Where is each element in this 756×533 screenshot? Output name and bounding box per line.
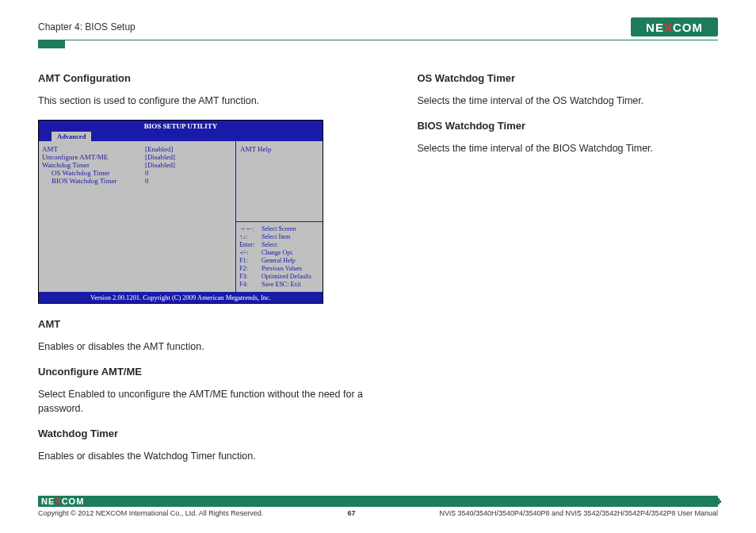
brand-part-a: NE: [646, 21, 664, 34]
section-amt-config-text: This section is used to configure the AM…: [38, 94, 369, 109]
section-watchdog-heading: Watchdog Timer: [38, 428, 369, 439]
brand-part-a: NE: [41, 497, 55, 506]
bios-row-label: OS Watchdog Timer: [42, 169, 145, 177]
brand-part-x: X: [664, 21, 673, 34]
section-os-watchdog-heading: OS Watchdog Timer: [417, 72, 718, 84]
bios-tab-row: Advanced: [39, 132, 323, 141]
bios-key: F4:: [239, 281, 262, 289]
bios-key: →←:: [239, 225, 262, 233]
bios-key-desc: General Help: [262, 257, 296, 264]
bios-key-desc: Select: [262, 241, 277, 248]
section-watchdog-text: Enables or disables the Watchdog Timer f…: [38, 449, 369, 464]
footer-bar: NEXCOM: [38, 496, 718, 507]
section-amt-config-heading: AMT Configuration: [38, 72, 369, 84]
bios-row-value: [Disabled]: [145, 161, 175, 169]
footer-manual-title: NViS 3540/3540H/3540P4/3540P8 and NViS 3…: [440, 509, 718, 517]
bios-key-desc: Select Screen: [262, 225, 296, 232]
brand-part-x: X: [55, 497, 61, 506]
bios-key-desc: Select Item: [262, 233, 290, 240]
bios-key-desc: Previous Values: [262, 265, 302, 272]
bios-key: F2:: [239, 265, 262, 273]
bios-row-label: BIOS Watchdog Timer: [42, 177, 145, 185]
bios-key-desc: Save ESC: Exit: [262, 281, 301, 288]
bios-key: ↑↓:: [239, 233, 262, 241]
footer-page-number: 67: [347, 509, 355, 517]
brand-part-b: COM: [673, 21, 703, 34]
chapter-title: Chapter 4: BIOS Setup: [38, 21, 136, 33]
bios-version-footer: Version 2.00.1201. Copyright (C) 2009 Am…: [39, 292, 323, 303]
bios-row-label: Unconfigure AMT/ME: [42, 153, 145, 161]
bios-row-value: [Enabled]: [145, 145, 173, 153]
bios-settings-pane: AMT[Enabled] Unconfigure AMT/ME[Disabled…: [39, 141, 236, 292]
bios-help-pane: AMT Help: [236, 141, 323, 222]
bios-tab-blank: [40, 132, 52, 141]
bios-key-desc: Change Opt.: [262, 249, 293, 256]
section-amt-text: Enables or disables the AMT function.: [38, 339, 369, 355]
bios-tab-advanced: Advanced: [52, 132, 91, 141]
footer-plus-icon: [715, 498, 721, 504]
section-os-watchdog-text: Selects the time interval of the OS Watc…: [417, 94, 718, 109]
bios-row-value: 0: [145, 177, 149, 185]
section-unconfigure-heading: Unconfigure AMT/ME: [38, 366, 369, 378]
bios-row-value: [Disabled]: [145, 153, 175, 161]
bios-row-label: Watchdog Timer: [42, 161, 145, 169]
bios-key: F3:: [239, 273, 262, 281]
brand-logo: NEXCOM: [631, 17, 718, 36]
bios-key: F1:: [239, 257, 262, 265]
bios-row-value: 0: [145, 169, 149, 177]
bios-key: +/-:: [239, 249, 262, 257]
bios-key: Enter:: [239, 241, 262, 249]
bios-key-desc: Optimized Defaults: [262, 273, 311, 280]
section-amt-heading: AMT: [38, 318, 369, 330]
brand-part-b: COM: [62, 497, 85, 506]
header-accent-block: [38, 40, 65, 48]
footer-copyright: Copyright © 2012 NEXCOM International Co…: [38, 509, 263, 517]
bios-key-legend: →←:Select Screen ↑↓:Select Item Enter:Se…: [236, 222, 323, 292]
bios-title-bar: BIOS SETUP UTILITY: [39, 121, 323, 132]
bios-panel: BIOS SETUP UTILITY Advanced AMT[Enabled]…: [38, 120, 323, 304]
bios-row-label: AMT: [42, 145, 145, 153]
footer-logo: NEXCOM: [41, 497, 84, 506]
section-unconfigure-text: Select Enabled to unconfigure the AMT/ME…: [38, 387, 369, 417]
section-bios-watchdog-text: Selects the time interval of the BIOS Wa…: [417, 141, 718, 156]
section-bios-watchdog-heading: BIOS Watchdog Timer: [417, 120, 718, 132]
